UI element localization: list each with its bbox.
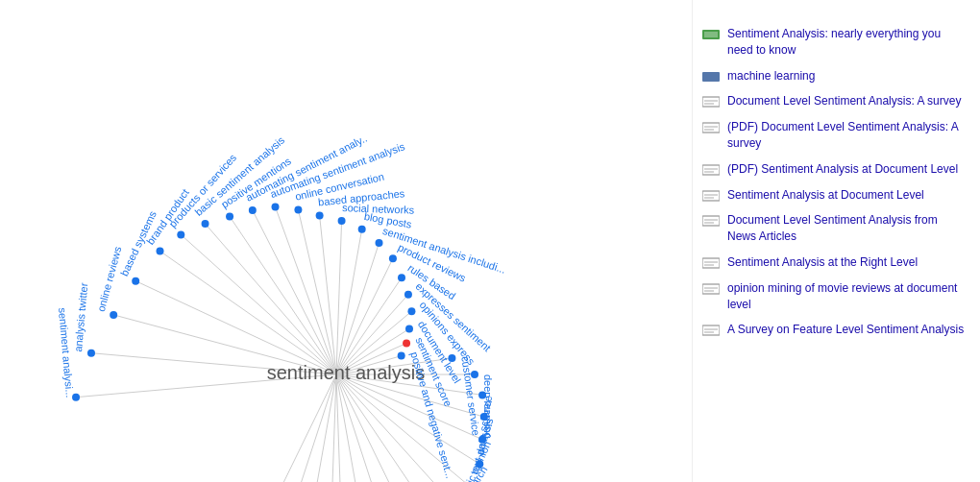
spoke-label: analysis twitter xyxy=(72,282,89,352)
spoke-line xyxy=(230,217,336,374)
spoke-dot xyxy=(272,204,280,211)
spoke-dot xyxy=(403,339,410,347)
spoke-line xyxy=(258,374,336,482)
spoke-line xyxy=(135,281,336,374)
svg-rect-21 xyxy=(702,284,720,294)
spoke-dot xyxy=(202,220,209,228)
headline-item[interactable]: Sentiment Analysis at Document Level xyxy=(702,187,966,204)
spoke-label: online reviews xyxy=(95,245,124,313)
spoke-dot xyxy=(226,213,233,221)
spoke-line xyxy=(298,210,336,374)
headline-item[interactable]: A Survey on Feature Level Sentiment Anal… xyxy=(702,322,966,338)
svg-rect-3 xyxy=(702,97,720,107)
headline-item[interactable]: Document Level Sentiment Analysis from N… xyxy=(702,212,966,245)
headline-text[interactable]: Sentiment Analysis at the Right Level xyxy=(727,254,918,271)
headline-item[interactable]: Document Level Sentiment Analysis: A sur… xyxy=(702,93,966,109)
headline-item[interactable]: Sentiment Analysis at the Right Level xyxy=(702,254,966,271)
spoke-line xyxy=(295,374,336,482)
spoke-dot xyxy=(405,325,413,333)
spoke-dot xyxy=(87,349,95,357)
spoke-dot xyxy=(389,254,397,262)
headline-text[interactable]: (PDF) Sentiment Analysis at Document Lev… xyxy=(727,161,958,178)
headline-item[interactable]: (PDF) Document Level Sentiment Analysis:… xyxy=(702,119,966,152)
chart-area: sentiment analysis sentiment analysi...a… xyxy=(0,0,692,482)
spoke-dot xyxy=(404,291,412,299)
headline-text[interactable]: Sentiment Analysis at Document Level xyxy=(727,187,924,204)
spoke-dot xyxy=(398,352,405,360)
svg-rect-18 xyxy=(702,258,720,268)
spoke-dot xyxy=(177,230,184,238)
headline-item[interactable]: machine learning xyxy=(702,68,966,84)
headline-text[interactable]: opinion mining of movie reviews at docum… xyxy=(727,280,966,313)
headline-text[interactable]: Sentiment Analysis: nearly everything yo… xyxy=(727,26,966,59)
headlines-list: Sentiment Analysis: nearly everything yo… xyxy=(702,26,966,338)
svg-rect-2 xyxy=(702,72,720,82)
svg-rect-1 xyxy=(704,32,718,37)
spoke-dot xyxy=(110,311,117,319)
spoke-dot xyxy=(132,277,139,285)
headline-text[interactable]: (PDF) Document Level Sentiment Analysis:… xyxy=(727,119,966,152)
spoke-dot xyxy=(316,212,324,220)
spoke-dot xyxy=(338,217,346,225)
spoke-line xyxy=(336,221,342,374)
spoke-line xyxy=(336,374,424,482)
spoke-dot xyxy=(407,307,415,315)
svg-rect-12 xyxy=(702,191,720,201)
headline-text[interactable]: Document Level Sentiment Analysis: A sur… xyxy=(727,93,961,109)
svg-rect-9 xyxy=(702,165,720,175)
headline-item[interactable]: opinion mining of movie reviews at docum… xyxy=(702,280,966,313)
sidebar: Sentiment Analysis: nearly everything yo… xyxy=(692,0,980,482)
headline-text[interactable]: machine learning xyxy=(727,68,815,84)
spoke-label: sentiment analysi... xyxy=(57,307,76,398)
spoke-line xyxy=(329,374,336,482)
center-label: sentiment analysis xyxy=(267,362,426,383)
spoke-dot xyxy=(294,206,302,214)
spoke-dot xyxy=(358,226,366,233)
spoke-dot xyxy=(249,206,257,214)
svg-rect-24 xyxy=(702,325,720,335)
headline-text[interactable]: A Survey on Feature Level Sentiment Anal… xyxy=(727,322,964,338)
svg-rect-6 xyxy=(702,123,720,133)
spoke-line xyxy=(336,243,379,374)
headline-text[interactable]: Document Level Sentiment Analysis from N… xyxy=(727,212,966,245)
spoke-dot xyxy=(448,354,455,362)
spoke-dot xyxy=(398,274,405,281)
spoke-dot xyxy=(157,248,164,255)
svg-rect-15 xyxy=(702,216,720,226)
spoke-line xyxy=(160,252,336,374)
headline-item[interactable]: Sentiment Analysis: nearly everything yo… xyxy=(702,26,966,59)
spoke-line xyxy=(336,374,344,482)
spoke-dot xyxy=(375,239,382,247)
spoke-dot xyxy=(471,371,478,378)
headline-item[interactable]: (PDF) Sentiment Analysis at Document Lev… xyxy=(702,161,966,178)
